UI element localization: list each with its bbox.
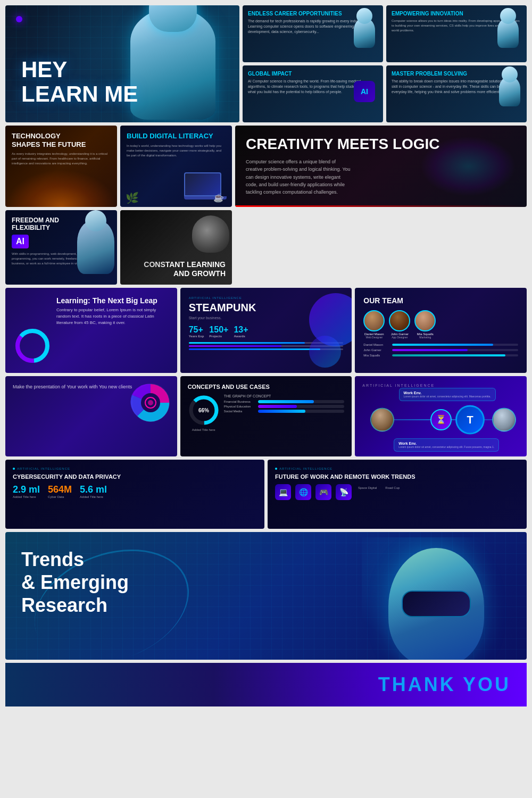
slide-creativity: CREATIVITY MEETS LOGIC Computer science … bbox=[235, 126, 527, 207]
future-icon-3: 🎮 bbox=[315, 484, 331, 500]
workenv-box-top: Work Env. Lorem ipsum dolor sit amet, co… bbox=[399, 388, 496, 401]
concepts-donut-container: 66% Added Title here bbox=[188, 394, 220, 431]
progress-fill-3 bbox=[189, 348, 320, 350]
stat-years-label: Years Exp bbox=[189, 335, 204, 338]
slide-technology: TECHNOLOGYSHAPES THE FUTURE As every ind… bbox=[5, 126, 117, 207]
concepts-bar-label-2: Physical Education bbox=[224, 405, 256, 408]
future-icon-4: 📡 bbox=[336, 484, 352, 500]
team-skill-bars: Daniel Mason John Garner Mia Squalls bbox=[363, 343, 518, 357]
team-member-1: Daniel Mason Web Designer bbox=[363, 310, 385, 339]
stat-projects-label: Projects bbox=[209, 335, 228, 338]
cybersec-title: CYBERSECURITY AND DATA PRIVACY bbox=[13, 473, 257, 480]
progress-fill-2 bbox=[189, 345, 281, 347]
learning-content: Learning: The Next Big Leap Contrary to … bbox=[14, 296, 169, 326]
workenv-center-icon: ⏳ bbox=[430, 409, 452, 430]
concepts-bars: Financial Business Physical Education bbox=[224, 400, 345, 413]
slide-learning: Learning: The Next Big Leap Contrary to … bbox=[5, 288, 177, 373]
small-slides-grid: ENDLESS CAREER OPPORTUNITIES The demand … bbox=[243, 5, 527, 122]
team-bar-bg-3 bbox=[392, 354, 518, 356]
workenv-box-top-title: Work Env. bbox=[404, 391, 491, 395]
future-label-2: Road Cup bbox=[383, 484, 402, 500]
slide-empowering: EMPOWERING INNOVATION Computer science a… bbox=[386, 5, 527, 62]
name-mia: Mia Squalls bbox=[414, 332, 436, 336]
learning-text: Contrary to popular belief, Lorem Ipsum … bbox=[56, 307, 169, 326]
ai-badge: AI bbox=[12, 235, 29, 248]
cybersec-stats: 2.9 ml Added Title here 564M Cyber Data … bbox=[13, 484, 257, 498]
main-container: HEY LEARN ME ENDLESS CAREER OPPORTUNITIE… bbox=[0, 0, 532, 712]
slide-team: OUR TEAM Daniel Mason Web Designer John … bbox=[355, 288, 527, 373]
clients-pie-chart bbox=[129, 381, 172, 424]
stat-awards: 13+ Awards bbox=[234, 325, 248, 338]
team-bar-fill-3 bbox=[392, 354, 505, 356]
cybersec-value-3: 5.6 ml bbox=[80, 484, 107, 495]
team-bar-1: Daniel Mason bbox=[363, 343, 518, 346]
slide-freedom: FREEDOM ANDFLEXIBILITY AI With skills in… bbox=[5, 210, 117, 285]
future-icon-2: 🌐 bbox=[295, 484, 311, 500]
future-icons-grid: 💻 🌐 🎮 📡 Space Digital Road Cup bbox=[275, 484, 519, 500]
future-sublabel: ARTIFICIAL INTELLIGENCE bbox=[279, 467, 332, 470]
avatar-mia bbox=[414, 310, 436, 331]
hero-title: HEY LEARN ME bbox=[21, 57, 223, 106]
stat-years-value: 75+ bbox=[189, 325, 204, 335]
role-daniel: Web Designer bbox=[363, 336, 385, 339]
future-topbar: ARTIFICIAL INTELLIGENCE bbox=[275, 467, 519, 470]
slide-endless-career: ENDLESS CAREER OPPORTUNITIES The demand … bbox=[243, 5, 383, 62]
workenv-box-top-text: Lorem ipsum dolor sit amet, consectetur … bbox=[404, 395, 491, 398]
concepts-bar-fill-3 bbox=[258, 410, 305, 413]
ss-robot-head-1 bbox=[356, 8, 372, 24]
future-title: FUTURE OF WORK AND REMOTE WORK TRENDS bbox=[275, 473, 519, 480]
small-robot-3 bbox=[499, 66, 526, 109]
concepts-bar-row-1: Financial Business bbox=[224, 400, 345, 403]
glow-dot-1 bbox=[16, 16, 22, 22]
name-daniel: Daniel Mason bbox=[363, 332, 385, 336]
concepts-bar-fill-2 bbox=[258, 405, 297, 408]
concepts-content: 66% Added Title here THE GRAPH OF CONCEP… bbox=[188, 394, 345, 431]
avatar-john bbox=[389, 310, 410, 331]
team-member-2: John Garner App Designer bbox=[389, 310, 410, 339]
team-bar-bg-1 bbox=[392, 344, 518, 346]
learning-subtitle: The Next Big Leap bbox=[93, 296, 157, 305]
slide-problem-solving: MASTER PROBLEM SOLVING The ability to br… bbox=[386, 65, 527, 122]
lightning-visual bbox=[420, 136, 516, 196]
thankyou-title: THANK YOU bbox=[378, 674, 511, 696]
team-bar-3: Mia Squalls bbox=[363, 354, 518, 357]
slide-trends: Trends & Emerging Research bbox=[5, 532, 527, 660]
digital-text: In today's world, understanding how tech… bbox=[127, 144, 226, 158]
tech-text: As every industry integrates technology,… bbox=[12, 152, 111, 166]
concepts-bar-bg-3 bbox=[258, 410, 345, 413]
cybersec-label-1: Added Title here bbox=[13, 495, 40, 498]
accent-line bbox=[235, 205, 527, 207]
stat-projects-value: 150+ bbox=[209, 325, 228, 335]
cybersec-label-3: Added Title here bbox=[80, 495, 107, 498]
team-members: Daniel Mason Web Designer John Garner Ap… bbox=[363, 310, 518, 339]
team-bar-label-3: Mia Squalls bbox=[363, 354, 390, 357]
helmet-visual bbox=[192, 215, 229, 253]
row6: ARTIFICIAL INTELLIGENCE CYBERSECURITY AN… bbox=[5, 460, 527, 529]
cybersec-sublabel: ARTIFICIAL INTELLIGENCE bbox=[17, 467, 70, 470]
slide-digital: BUILD DIGITAL LITERACY In today's world,… bbox=[120, 126, 232, 207]
handshake-visual bbox=[5, 170, 117, 207]
small-robot-1 bbox=[354, 8, 380, 51]
hero-slide: HEY LEARN ME bbox=[5, 5, 239, 122]
team-bar-fill-1 bbox=[392, 344, 493, 346]
workenv-t-circle: T bbox=[455, 405, 485, 434]
future-dot bbox=[275, 468, 277, 470]
team-bar-label-2: John Garner bbox=[363, 348, 390, 352]
concepts-bar-label-3: Social Media bbox=[224, 410, 256, 413]
concepts-graph: THE GRAPH OF CONCEPT Financial Business … bbox=[224, 394, 345, 414]
cybersec-value-1: 2.9 ml bbox=[13, 484, 40, 495]
hero-text-block: HEY LEARN ME bbox=[21, 57, 223, 106]
future-icon-1: 💻 bbox=[275, 484, 291, 500]
concepts-bar-label-1: Financial Business bbox=[224, 400, 256, 403]
workenv-timeline: ⏳ T Work Env. Lorem ipsum dolor sit amet… bbox=[362, 390, 519, 449]
concepts-bar-row-2: Physical Education bbox=[224, 405, 345, 408]
slide-steampunk: ARTIFICIAL INTELLIGENCE STEAMPUNK Start … bbox=[180, 288, 352, 373]
learning-title: Learning: The Next Big Leap bbox=[56, 296, 169, 305]
coffee-icon: ☕ bbox=[213, 193, 224, 203]
concepts-donut: 66% bbox=[188, 394, 220, 426]
row4: Learning: The Next Big Leap Contrary to … bbox=[5, 288, 527, 373]
role-mia: Marketing bbox=[414, 336, 436, 339]
row5: Make the presentation of Your work with … bbox=[5, 376, 527, 456]
cybersec-value-2: 564M bbox=[48, 484, 72, 495]
learning-title-colored: Learning: bbox=[56, 296, 90, 305]
